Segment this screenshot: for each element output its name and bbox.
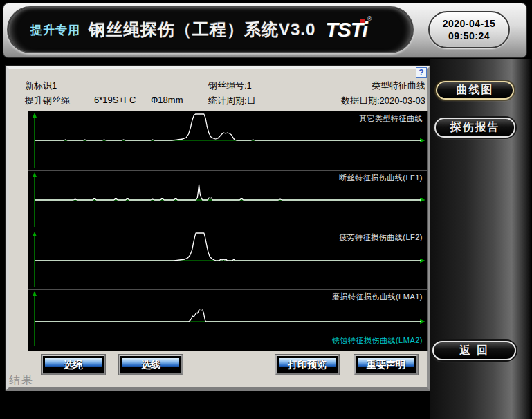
curve-type-label: 类型特征曲线: [372, 80, 425, 92]
curve-graph-button[interactable]: 曲线图: [436, 81, 514, 100]
result-label: 结果: [9, 373, 34, 388]
rope-number-label: 钢丝绳号:1: [208, 80, 252, 92]
charts-area: 其它类型特征曲线 断丝特征损伤曲线(LF1) 疲劳特征损伤曲线(LF2) 磨损特…: [28, 111, 428, 351]
title-pill: 提升专用 钢丝绳探伤（工程）系统V3.0 TSTi®: [7, 6, 414, 53]
logo-red-dot-icon: [360, 19, 365, 23]
rope-name-label: 提升钢丝绳: [25, 95, 70, 107]
chart-panel-other: 其它类型特征曲线: [28, 111, 427, 171]
app-title: 钢丝绳探伤（工程）系统V3.0: [89, 19, 315, 41]
help-button[interactable]: ?: [416, 67, 427, 78]
chart-panel-lf1: 断丝特征损伤曲线(LF1): [28, 171, 427, 230]
sidebar: 曲线图 探伤报告 返 回: [430, 59, 532, 419]
rope-spec-label: 6*19S+FC: [94, 95, 136, 105]
chart-label: 磨损特征损伤曲线(LMA1): [332, 292, 423, 302]
rope-diameter-label: Φ18mm: [151, 95, 183, 105]
chart-panel-lf2: 疲劳特征损伤曲线(LF2): [28, 230, 427, 290]
flaw-report-button[interactable]: 探伤报告: [434, 118, 515, 138]
print-preview-button[interactable]: 打印预览: [275, 355, 339, 375]
registered-mark: ®: [367, 15, 372, 22]
chart-panel-lma1-lma2: 磨损特征损伤曲线(LMA1) 锈蚀特征损伤曲线(LMA2): [28, 290, 427, 349]
select-line-label: 选线: [120, 356, 181, 373]
main-panel: ? 新标识1 钢丝绳号:1 类型特征曲线 提升钢丝绳 6*19S+FC Φ18m…: [6, 66, 430, 391]
select-rope-button[interactable]: 选绳: [42, 355, 105, 375]
chart-label: 其它类型特征曲线: [359, 113, 423, 124]
chart-label: 疲劳特征损伤曲线(LF2): [339, 232, 423, 243]
select-line-button[interactable]: 选线: [119, 355, 183, 375]
rope-id-label: 新标识1: [25, 80, 57, 92]
chart-label: 断丝特征损伤曲线(LF1): [339, 173, 423, 183]
datetime-display: 2020-04-15 09:50:24: [428, 11, 510, 48]
print-preview-label: 打印预览: [277, 356, 338, 373]
stat-period-label: 统计周期:日: [208, 95, 256, 107]
select-rope-label: 选绳: [43, 356, 104, 373]
mode-badge: 提升专用: [30, 22, 80, 38]
header-bar: 提升专用 钢丝绳探伤（工程）系统V3.0 TSTi® 2020-04-15 09…: [3, 3, 527, 58]
date-text: 2020-04-15: [443, 17, 496, 30]
tsti-logo: TSTi®: [325, 18, 372, 41]
back-button[interactable]: 返 回: [432, 341, 516, 360]
important-note-label: 重要声明: [356, 356, 416, 373]
chart-sublabel: 锈蚀特征损伤曲线(LMA2): [332, 335, 423, 346]
important-note-button[interactable]: 重要声明: [354, 355, 418, 375]
data-date-label: 数据日期:2020-03-03: [341, 95, 425, 107]
time-text: 09:50:24: [448, 30, 490, 42]
